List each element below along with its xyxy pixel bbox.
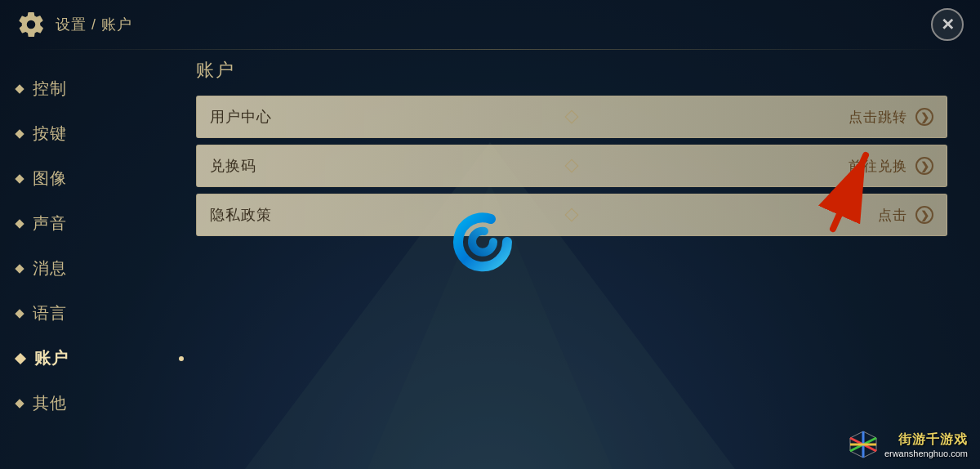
watermark-brand: 街游千游戏 xyxy=(898,431,968,449)
sidebar: 控制 按键 图像 声音 消息 语言 xyxy=(16,50,180,453)
content-area: 账户 用户中心 点击跳转 ❯ 兑换码 前往兑换 ❯ xyxy=(180,50,964,453)
sidebar-item-language[interactable]: 语言 xyxy=(16,291,180,336)
sidebar-item-label: 控制 xyxy=(33,78,67,100)
watermark-text-wrapper: 街游千游戏 erwanshenghuo.com xyxy=(884,431,968,458)
sidebar-item-label: 声音 xyxy=(33,212,67,234)
user-center-row[interactable]: 用户中心 点击跳转 ❯ xyxy=(196,96,947,138)
sidebar-item-label: 语言 xyxy=(33,302,67,324)
close-button[interactable]: ✕ xyxy=(931,8,964,41)
bullet-icon xyxy=(15,264,24,273)
sidebar-item-audio[interactable]: 声音 xyxy=(16,201,180,246)
bullet-icon xyxy=(15,309,24,318)
bullet-icon xyxy=(15,399,24,408)
row-action-user-center: 点击跳转 xyxy=(849,108,907,127)
sidebar-item-graphics[interactable]: 图像 xyxy=(16,156,180,201)
section-title: 账户 xyxy=(196,58,947,83)
row-label-user-center: 用户中心 xyxy=(210,107,849,127)
close-icon: ✕ xyxy=(941,15,955,34)
bullet-icon xyxy=(15,219,24,228)
bullet-icon xyxy=(15,129,24,138)
header: 设置 / 账户 ✕ xyxy=(0,0,980,49)
chevron-right-icon: ❯ xyxy=(915,157,933,175)
chevron-right-icon: ❯ xyxy=(915,108,933,126)
sidebar-item-label: 消息 xyxy=(33,257,67,279)
sidebar-item-account[interactable]: 账户 xyxy=(16,336,180,381)
row-action-redeem: 前往兑换 xyxy=(849,157,907,176)
bullet-icon xyxy=(15,352,26,364)
breadcrumb: 设置 / 账户 xyxy=(56,15,132,34)
row-right-privacy: 点击 ❯ xyxy=(878,206,933,225)
edge-loading-icon xyxy=(446,205,519,279)
redeem-code-row[interactable]: 兑换码 前往兑换 ❯ xyxy=(196,145,947,187)
bullet-icon xyxy=(15,174,24,183)
watermark: 街游千游戏 erwanshenghuo.com xyxy=(849,430,968,459)
sidebar-item-other[interactable]: 其他 xyxy=(16,381,180,426)
sidebar-item-label: 其他 xyxy=(33,392,67,414)
chevron-right-icon: ❯ xyxy=(915,206,933,224)
row-label-privacy: 隐私政策 xyxy=(210,205,878,225)
gear-icon xyxy=(16,10,46,39)
row-label-redeem: 兑换码 xyxy=(210,156,849,176)
watermark-logo-icon xyxy=(849,430,878,459)
sidebar-item-label: 按键 xyxy=(33,123,67,145)
sidebar-item-control[interactable]: 控制 xyxy=(16,66,180,111)
bullet-icon xyxy=(15,84,24,93)
row-right-user-center: 点击跳转 ❯ xyxy=(849,108,933,127)
sidebar-item-label: 账户 xyxy=(34,347,69,369)
row-right-redeem: 前往兑换 ❯ xyxy=(849,157,933,176)
watermark-site: erwanshenghuo.com xyxy=(884,449,968,458)
privacy-row[interactable]: 隐私政策 点击 ❯ xyxy=(196,194,947,236)
sidebar-item-message[interactable]: 消息 xyxy=(16,246,180,291)
row-action-privacy: 点击 xyxy=(878,206,907,225)
sidebar-item-label: 图像 xyxy=(33,168,67,190)
sidebar-item-keybind[interactable]: 按键 xyxy=(16,111,180,156)
